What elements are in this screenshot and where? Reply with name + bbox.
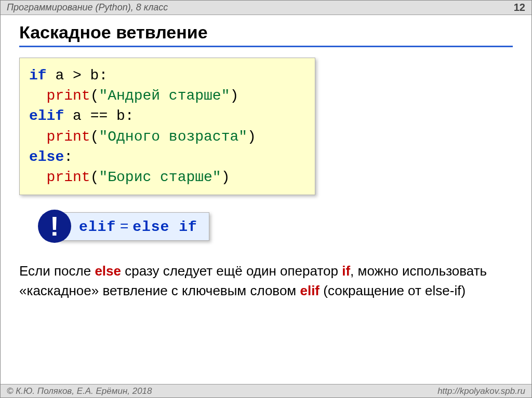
string-literal: "Андрей старше" xyxy=(99,88,230,104)
code-text: : xyxy=(64,149,73,165)
slide-title: Каскадное ветвление xyxy=(19,22,513,43)
callout-row: ! elif = else if xyxy=(38,210,513,243)
para-text: Если после xyxy=(19,263,95,279)
course-title: Программирование (Python), 8 класс xyxy=(7,2,514,13)
kw-else-inline: else xyxy=(95,263,121,279)
string-literal: "Одного возраста" xyxy=(99,129,247,145)
content-area: Каскадное ветвление if a > b: print("Анд… xyxy=(1,15,531,301)
paren: ) xyxy=(247,129,256,145)
kw-if-inline: if xyxy=(342,263,350,279)
title-rule xyxy=(19,46,513,47)
kw-if: if xyxy=(29,67,47,84)
callout-box: elif = else if xyxy=(58,212,209,241)
page-number: 12 xyxy=(514,2,525,13)
code-block: if a > b: print("Андрей старше") elif a … xyxy=(19,58,315,195)
footer-bar: © К.Ю. Поляков, Е.А. Ерёмин, 2018 http:/… xyxy=(1,384,531,397)
copyright: © К.Ю. Поляков, Е.А. Ерёмин, 2018 xyxy=(7,386,437,396)
callout-rhs: else if xyxy=(132,219,197,235)
fn-print: print xyxy=(47,129,90,145)
paren: ) xyxy=(221,169,230,185)
indent xyxy=(29,169,47,185)
exclaim-badge: ! xyxy=(38,210,71,243)
code-text: a == b: xyxy=(64,108,134,124)
kw-else: else xyxy=(29,149,64,165)
footer-url: http://kpolyakov.spb.ru xyxy=(437,386,525,396)
explanation-paragraph: Если после else сразу следует ещё один о… xyxy=(19,262,508,300)
para-text: сразу следует ещё один оператор xyxy=(121,263,342,279)
indent xyxy=(29,88,47,104)
slide: Программирование (Python), 8 класс 12 Ка… xyxy=(0,0,532,398)
fn-print: print xyxy=(47,169,90,185)
fn-print: print xyxy=(47,88,90,104)
code-text: a > b: xyxy=(47,67,108,84)
paren: ( xyxy=(90,88,99,104)
callout-eq: = xyxy=(116,218,132,234)
header-bar: Программирование (Python), 8 класс 12 xyxy=(1,1,531,15)
kw-elif: elif xyxy=(29,108,64,124)
para-text: (сокращение от else-if) xyxy=(320,283,466,298)
callout-lhs: elif xyxy=(79,219,116,235)
paren: ( xyxy=(90,129,99,145)
paren: ( xyxy=(90,169,99,185)
string-literal: "Борис старше" xyxy=(99,169,221,185)
indent xyxy=(29,129,47,145)
kw-elif-inline: elif xyxy=(300,283,320,298)
paren: ) xyxy=(230,88,238,104)
